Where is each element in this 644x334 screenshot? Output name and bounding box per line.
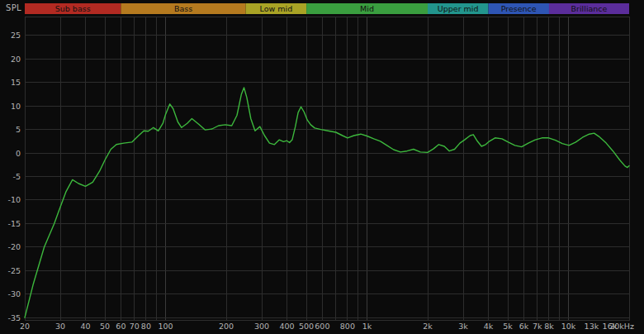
y-axis-label: -35 [7,313,21,322]
x-axis-label: 8k [544,322,554,331]
x-axis-label: 20kHz [609,322,634,331]
y-axis-label: 0 [16,149,21,158]
y-axis-label: -30 [7,289,21,298]
x-axis-label: 100 [158,322,173,331]
y-axis-label: 25 [11,31,21,40]
y-axis-label: -15 [7,219,21,228]
band-label-brilliance: Brilliance [571,4,608,13]
y-axis-label: -5 [13,172,21,181]
band-label-bass: Bass [174,4,192,13]
x-axis-label: 13k [585,322,599,331]
x-axis-label: 2k [423,322,433,331]
band-label-presence: Presence [501,4,537,13]
y-axis-label: -10 [7,195,21,204]
y-axis-label: 20 [11,55,21,64]
x-axis-label: 300 [254,322,269,331]
y-axis-label: 10 [11,102,21,111]
x-axis-label: 7k [533,322,542,331]
x-axis-label: 1k [362,322,372,331]
spl-axis-title: SPL [6,3,21,12]
x-axis-label: 60 [116,322,125,331]
x-axis-label: 5k [503,322,513,331]
x-axis-label: 6k [519,322,529,331]
y-axis-label: 5 [16,125,21,134]
y-axis-label: 15 [11,78,21,87]
x-axis-label: 400 [279,322,294,331]
x-axis-label: 600 [315,322,329,331]
y-axis-label: -25 [7,266,21,275]
x-axis-label: 30 [55,322,65,331]
x-axis-label: 70 [130,322,140,331]
frequency-response-chart: Sub bassBassLow midMidUpper midPresenceB… [0,0,644,334]
x-axis-label: 500 [299,322,314,331]
x-axis-label: 50 [100,322,110,331]
x-axis-label: 40 [80,322,90,331]
spl-frequency-response-analyzer: SPL Sub bassBassLow midMidUpper midPrese… [0,0,644,334]
band-label-sub-bass: Sub bass [55,4,91,13]
x-axis-label: 20 [20,322,30,331]
y-axis-label: -20 [7,242,21,251]
x-axis-label: 10k [561,322,576,331]
x-axis-label: 3k [458,322,468,331]
x-axis-label: 200 [219,322,234,331]
band-label-low-mid: Low mid [260,4,293,13]
x-axis-label: 4k [484,322,494,331]
x-axis-label: 800 [340,322,355,331]
x-axis-label: 80 [141,322,151,331]
band-label-mid: Mid [360,4,374,13]
band-label-upper-mid: Upper mid [438,4,479,13]
